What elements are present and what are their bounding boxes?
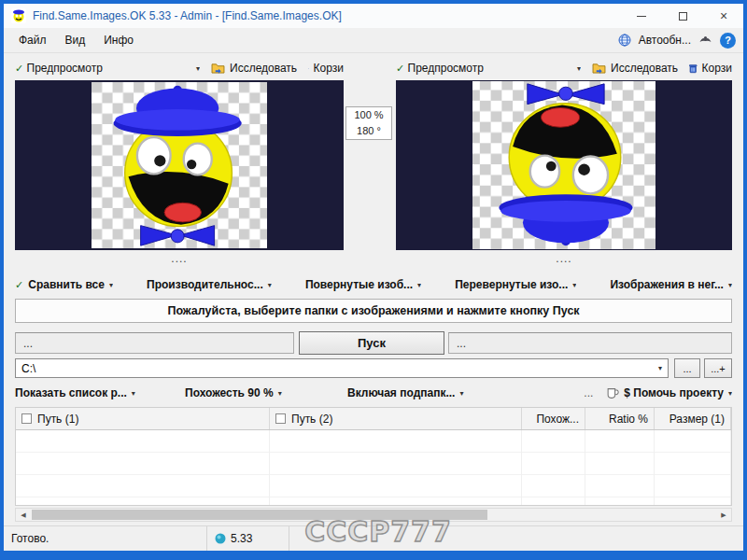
- close-button[interactable]: ×: [713, 7, 734, 25]
- chevron-down-icon: ▾: [196, 64, 200, 73]
- column-size[interactable]: Размер (1): [655, 408, 731, 429]
- subfolders-dropdown[interactable]: Включая подпапк... ▾: [347, 386, 486, 399]
- right-explore-button[interactable]: Исследовать: [592, 62, 678, 75]
- more-options[interactable]: ...: [584, 386, 593, 399]
- table-body[interactable]: [16, 430, 731, 505]
- left-trash-label: Корзи: [314, 62, 344, 75]
- column-similarity[interactable]: Похож...: [522, 408, 585, 429]
- option-label: Производительнос...: [147, 278, 263, 291]
- check-icon: ✓: [15, 63, 23, 74]
- left-explore-button[interactable]: Исследовать: [211, 62, 297, 75]
- options-row: ✓ Сравнить все ▾ Производительнос... ▾ П…: [15, 274, 732, 295]
- smiley-image-rotated: [472, 81, 655, 249]
- path-input[interactable]: [16, 362, 653, 375]
- similarity-label: Похожесть 90 %: [185, 386, 274, 399]
- question-icon: ?: [725, 35, 731, 46]
- status-ready: Готово.: [11, 532, 49, 545]
- globe-icon: [618, 34, 631, 47]
- scroll-right-arrow[interactable]: ▶: [716, 509, 731, 521]
- menu-info[interactable]: Инфо: [94, 30, 143, 50]
- right-folder-field[interactable]: ...: [448, 332, 732, 354]
- chevron-down-icon: ▾: [459, 389, 463, 398]
- left-image-caption: ....: [15, 252, 344, 267]
- column-label: Путь (1): [37, 413, 78, 426]
- maximize-button[interactable]: [672, 7, 693, 25]
- show-list-label: Показать список р...: [15, 386, 127, 399]
- right-trash-button[interactable]: Корзи: [689, 62, 732, 75]
- check-icon: ✓: [15, 279, 23, 291]
- menu-file[interactable]: Файл: [9, 30, 56, 50]
- status-version: 5.33: [231, 532, 252, 545]
- chevron-down-icon: ▾: [728, 281, 732, 289]
- chevron-down-icon: ▾: [278, 389, 282, 398]
- minimize-button[interactable]: [631, 7, 652, 25]
- coffee-cup-icon: [606, 387, 619, 399]
- combo-dropdown-icon[interactable]: ▾: [653, 364, 668, 372]
- column-label: Путь (2): [291, 413, 332, 426]
- option-performance[interactable]: Производительнос... ▾: [147, 278, 272, 291]
- left-folder-field[interactable]: ...: [15, 332, 294, 354]
- option-rotated-images[interactable]: Повернутые изоб... ▾: [305, 278, 421, 291]
- chevron-down-icon: ▾: [132, 389, 135, 398]
- chevron-down-icon: ▾: [109, 281, 113, 289]
- left-preview-toolbar: ✓ Предпросмотр ▾ Исследовать Корзи: [15, 58, 344, 78]
- close-icon: ×: [720, 9, 727, 22]
- chevron-down-icon: ▾: [268, 281, 272, 289]
- right-preview-toggle[interactable]: ✓ Предпросмотр ▾: [396, 62, 581, 75]
- option-negative-images[interactable]: Изображения в нег... ▾: [610, 278, 731, 291]
- left-trash-button[interactable]: Корзи: [308, 62, 344, 75]
- app-icon: [11, 8, 26, 23]
- column-label: Ratio %: [609, 413, 648, 426]
- subfolders-label: Включая подпапк...: [347, 386, 455, 399]
- minimize-icon: [637, 16, 646, 17]
- option-label: Изображения в нег...: [610, 278, 723, 291]
- column-label: Похож...: [536, 413, 579, 426]
- app-window: Find.Same.Images.OK 5.33 - Admin - [Find…: [4, 4, 743, 551]
- chevron-down-icon: ▾: [417, 281, 421, 289]
- column-path2[interactable]: Путь (2): [270, 408, 522, 429]
- option-compare-all[interactable]: ✓ Сравнить все ▾: [15, 278, 113, 291]
- path1-checkbox[interactable]: [21, 413, 32, 424]
- menu-bar: Файл Вид Инфо Автообн... ?: [4, 28, 743, 53]
- window-title: Find.Same.Images.OK 5.33 - Admin - [Find…: [33, 9, 342, 22]
- chevron-down-icon: ▾: [728, 389, 732, 398]
- start-button[interactable]: Пуск: [299, 331, 444, 355]
- option-label: Перевернутые изо...: [455, 278, 568, 291]
- check-icon: ✓: [396, 63, 404, 74]
- column-ratio[interactable]: Ratio %: [585, 408, 655, 429]
- table-header: Путь (1) Путь (2) Похож... Ratio % Разме…: [16, 408, 731, 430]
- column-path1[interactable]: Путь (1): [16, 408, 270, 429]
- right-preview-label: Предпросмотр: [408, 62, 484, 75]
- left-preview-toggle[interactable]: ✓ Предпросмотр ▾: [15, 62, 200, 75]
- trash-icon: [689, 63, 697, 75]
- show-list-dropdown[interactable]: Показать список р... ▾: [15, 386, 172, 399]
- right-preview-toolbar: ✓ Предпросмотр ▾ Исследовать Корзи: [396, 58, 732, 78]
- path-combobox[interactable]: ▾: [15, 358, 669, 378]
- donate-dropdown[interactable]: $ Помочь проекту ▾: [606, 386, 732, 399]
- filter-row: Показать список р... ▾ Похожесть 90 % ▾ …: [15, 383, 732, 403]
- path2-checkbox[interactable]: [275, 413, 286, 424]
- option-flipped-images[interactable]: Перевернутые изо... ▾: [455, 278, 576, 291]
- autoupdate-label[interactable]: Автообн...: [639, 34, 691, 47]
- similarity-dropdown[interactable]: Похожесть 90 % ▾: [185, 386, 327, 399]
- browse-add-button[interactable]: ...+: [704, 358, 732, 378]
- right-preview-image: [396, 80, 732, 250]
- scroll-left-arrow[interactable]: ◀: [16, 509, 31, 521]
- rotation-value: 180 °: [346, 123, 391, 139]
- message-bar: Пожалуйста, выберите папки с изображения…: [15, 299, 732, 323]
- watermark: СССР777: [299, 515, 458, 548]
- menu-view[interactable]: Вид: [56, 30, 95, 50]
- eagle-icon[interactable]: [698, 35, 712, 46]
- option-label: Сравнить все: [28, 278, 105, 291]
- zoom-rotation-panel: 100 % 180 °: [345, 106, 392, 140]
- option-label: Повернутые изоб...: [305, 278, 413, 291]
- browse-button[interactable]: ...: [674, 358, 700, 378]
- right-trash-label: Корзи: [702, 62, 732, 75]
- column-label: Размер (1): [669, 413, 725, 426]
- results-table: Путь (1) Путь (2) Похож... Ratio % Разме…: [15, 407, 732, 506]
- zoom-value: 100 %: [346, 107, 391, 123]
- message-text: Пожалуйста, выберите папки с изображения…: [167, 304, 579, 317]
- help-button[interactable]: ?: [720, 33, 736, 49]
- right-image-caption: ....: [396, 252, 732, 267]
- left-preview-image: [15, 80, 344, 250]
